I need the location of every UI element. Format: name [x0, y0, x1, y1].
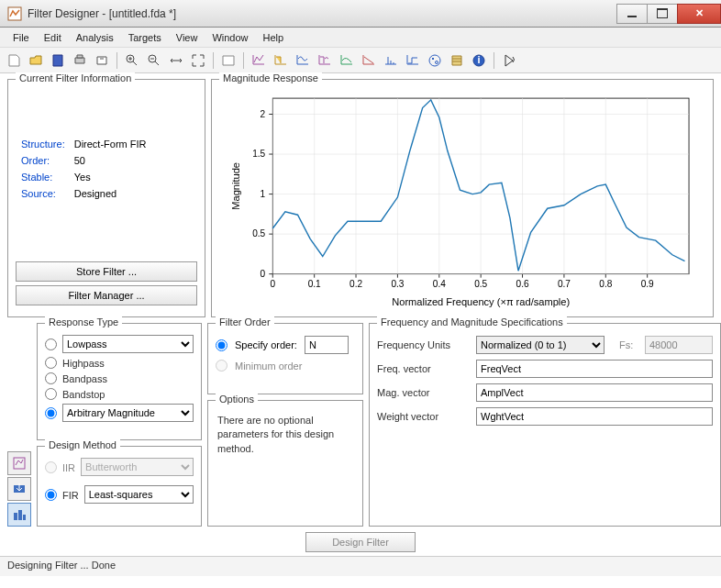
- svg-text:0.4: 0.4: [433, 279, 446, 289]
- zoom-out-icon[interactable]: [144, 50, 164, 71]
- open-icon[interactable]: [26, 50, 46, 71]
- phase-icon[interactable]: [293, 50, 313, 71]
- menu-view[interactable]: View: [169, 29, 205, 46]
- label-fs: Fs:: [619, 339, 638, 350]
- svg-rect-54: [23, 515, 26, 520]
- app-icon: [7, 6, 22, 21]
- response-type-legend: Response Type: [45, 316, 122, 327]
- info-icon[interactable]: i: [469, 50, 489, 71]
- label-freq-units: Frequency Units: [377, 339, 469, 350]
- radio-bandpass[interactable]: [45, 372, 57, 384]
- menu-analysis[interactable]: Analysis: [69, 29, 121, 46]
- menu-edit[interactable]: Edit: [37, 29, 69, 46]
- zoom-in-icon[interactable]: [122, 50, 142, 71]
- step-icon[interactable]: [403, 50, 423, 71]
- radio-fir[interactable]: [45, 489, 57, 501]
- groupdelay-icon[interactable]: [337, 50, 357, 71]
- menu-help[interactable]: Help: [256, 29, 292, 46]
- sidetab-import[interactable]: [7, 477, 31, 501]
- sidetab-filter-specs[interactable]: [7, 451, 31, 475]
- options-text: There are no optional parameters for thi…: [216, 410, 355, 460]
- status-bar: Designing Filter ... Done: [0, 556, 721, 576]
- specs-icon[interactable]: [249, 50, 269, 71]
- info-label-structure: Structure:: [17, 137, 69, 151]
- svg-text:0.7: 0.7: [558, 279, 571, 289]
- design-method-panel: Design Method IIRButterworth FIRLeast-sq…: [37, 446, 202, 527]
- window-title: Filter Designer - [untitled.fda *]: [28, 7, 617, 20]
- label-freq-vector: Freq. vector: [377, 363, 469, 374]
- radio-highpass[interactable]: [45, 357, 57, 369]
- svg-text:1.5: 1.5: [252, 149, 265, 159]
- svg-text:0: 0: [270, 279, 275, 289]
- magnitude-chart: 00.10.20.30.40.50.60.70.80.900.511.52Nor…: [219, 89, 705, 311]
- freq-spec-legend: Frequency and Magnitude Specifications: [377, 316, 567, 327]
- magnitude-icon[interactable]: [271, 50, 291, 71]
- label-fir: FIR: [62, 489, 79, 501]
- print-preview-icon[interactable]: [92, 50, 112, 71]
- select-lowpass[interactable]: Lowpass: [62, 335, 194, 353]
- help-icon[interactable]: [499, 50, 519, 71]
- radio-arbitrary[interactable]: [45, 407, 57, 419]
- svg-text:0.9: 0.9: [641, 279, 654, 289]
- chart-legend: Magnitude Response: [219, 72, 322, 83]
- polezero-icon[interactable]: [425, 50, 445, 71]
- svg-text:0: 0: [261, 269, 266, 279]
- label-bandstop: Bandstop: [62, 388, 105, 400]
- svg-text:0.3: 0.3: [391, 279, 404, 289]
- current-filter-info-panel: Current Filter Information Structure:Dir…: [7, 79, 205, 317]
- store-filter-button[interactable]: Store Filter ...: [16, 261, 197, 282]
- save-icon[interactable]: [48, 50, 68, 71]
- maximize-button[interactable]: [647, 4, 678, 24]
- svg-text:i: i: [477, 54, 480, 65]
- svg-rect-50: [14, 458, 25, 469]
- svg-text:0.1: 0.1: [308, 279, 321, 289]
- info-label-order: Order:: [17, 153, 69, 168]
- svg-text:1: 1: [261, 189, 266, 199]
- radio-iir: [45, 461, 57, 473]
- filter-order-legend: Filter Order: [216, 316, 274, 327]
- input-order[interactable]: [305, 336, 349, 354]
- impulse-icon[interactable]: [381, 50, 401, 71]
- design-method-legend: Design Method: [45, 439, 120, 450]
- input-weight-vector[interactable]: [476, 407, 713, 426]
- sidetab-design[interactable]: [7, 503, 31, 527]
- menu-window[interactable]: Window: [205, 29, 255, 46]
- info-value-structure: Direct-Form FIR: [71, 137, 150, 151]
- label-mag-vector: Mag. vector: [377, 387, 469, 398]
- minimize-button[interactable]: [616, 4, 648, 24]
- zoom-full-icon[interactable]: [188, 50, 208, 71]
- magnitude-response-panel: Magnitude Response 00.10.20.30.40.50.60.…: [211, 79, 714, 317]
- input-fs: [645, 336, 713, 354]
- input-mag-vector[interactable]: [476, 383, 713, 402]
- radio-minimum-order: [216, 360, 227, 372]
- zoom-x-icon[interactable]: [166, 50, 186, 71]
- svg-text:0.5: 0.5: [474, 279, 487, 289]
- radio-bandstop[interactable]: [45, 388, 57, 400]
- coeff-icon[interactable]: [447, 50, 467, 71]
- label-highpass: Highpass: [62, 357, 105, 369]
- info-label-stable: Stable:: [17, 170, 69, 184]
- info-label-source: Source:: [17, 186, 69, 201]
- select-fir[interactable]: Least-squares: [84, 485, 194, 504]
- new-analysis-icon[interactable]: [218, 50, 238, 71]
- menu-file[interactable]: File: [6, 29, 37, 46]
- design-filter-button[interactable]: Design Filter: [305, 532, 416, 552]
- select-arbitrary[interactable]: Arbitrary Magnitude: [62, 404, 194, 422]
- menu-targets[interactable]: Targets: [121, 29, 169, 46]
- new-icon[interactable]: [4, 50, 24, 71]
- radio-lowpass[interactable]: [45, 338, 57, 350]
- svg-text:0.5: 0.5: [252, 228, 265, 239]
- close-button[interactable]: [677, 4, 721, 24]
- svg-text:Magnitude: Magnitude: [230, 162, 241, 210]
- label-iir: IIR: [62, 461, 75, 473]
- select-freq-units[interactable]: Normalized (0 to 1): [476, 336, 605, 354]
- options-legend: Options: [216, 394, 258, 405]
- print-icon[interactable]: [70, 50, 90, 71]
- input-freq-vector[interactable]: [476, 360, 713, 378]
- info-value-stable: Yes: [71, 170, 150, 184]
- toolbar: i: [0, 48, 721, 73]
- radio-specify-order[interactable]: [216, 339, 227, 351]
- phasedelay-icon[interactable]: [359, 50, 379, 71]
- filter-manager-button[interactable]: Filter Manager ...: [16, 285, 197, 305]
- magphase-icon[interactable]: [315, 50, 335, 71]
